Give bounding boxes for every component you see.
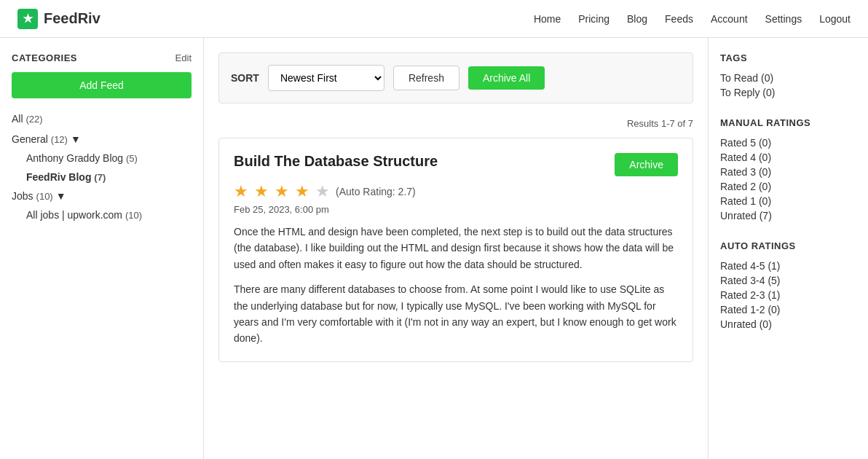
feedriv-count: (7) xyxy=(94,172,106,183)
logo-icon: ★ xyxy=(17,9,38,29)
auto-rating: (Auto Rating: 2.7) xyxy=(336,186,416,197)
sort-bar: SORT Newest First Oldest First Top Rated… xyxy=(218,52,693,103)
manual-rated-2-label: Rated 2 xyxy=(720,181,756,192)
article-title: Build The Database Structure xyxy=(234,153,438,170)
manual-rated-4[interactable]: Rated 4 (0) xyxy=(720,150,856,165)
auto-unrated[interactable]: Unrated (0) xyxy=(720,317,856,332)
tags-section: TAGS To Read (0) To Reply (0) xyxy=(720,52,856,100)
auto-rated-4-5-label: Rated 4-5 xyxy=(720,260,765,272)
all-label: All xyxy=(12,113,25,125)
page-layout: CATEGORIES Edit Add Feed All (22) Genera… xyxy=(0,38,868,459)
nav-pricing[interactable]: Pricing xyxy=(578,13,609,25)
manual-rated-5-count: (0) xyxy=(759,137,771,149)
manual-rated-3-count: (0) xyxy=(759,166,771,178)
star-3[interactable]: ★ xyxy=(275,182,289,201)
upwork-label: All jobs | upwork.com xyxy=(26,209,125,221)
anthony-count: (5) xyxy=(126,153,138,164)
tag-to-reply-label: To Reply xyxy=(720,87,760,98)
sidebar-header: CATEGORIES Edit xyxy=(12,52,192,63)
jobs-count: (10) xyxy=(36,191,53,202)
manual-unrated-label: Unrated xyxy=(720,210,757,221)
auto-rated-4-5-count: (1) xyxy=(768,260,780,272)
article-card: Build The Database Structure Archive ★ ★… xyxy=(218,138,693,362)
star-4[interactable]: ★ xyxy=(295,182,309,201)
auto-ratings-section: AUTO RATINGS Rated 4-5 (1) Rated 3-4 (5)… xyxy=(720,240,856,332)
auto-rated-2-3-label: Rated 2-3 xyxy=(720,289,765,301)
nav-account[interactable]: Account xyxy=(711,13,748,25)
anthony-label: Anthony Graddy Blog xyxy=(26,152,126,164)
jobs-label: Jobs xyxy=(12,190,33,202)
manual-rated-1[interactable]: Rated 1 (0) xyxy=(720,194,856,208)
auto-rated-2-3[interactable]: Rated 2-3 (1) xyxy=(720,288,856,302)
article-body: Once the HTML and design have been compl… xyxy=(234,224,678,347)
tag-to-reply-count: (0) xyxy=(762,87,775,98)
auto-rated-3-4[interactable]: Rated 3-4 (5) xyxy=(720,273,856,288)
auto-unrated-count: (0) xyxy=(760,318,772,330)
sidebar-item-feedriv-blog[interactable]: FeedRiv Blog (7) xyxy=(12,168,192,186)
manual-rated-5-label: Rated 5 xyxy=(720,137,756,149)
manual-unrated-count: (7) xyxy=(760,210,772,221)
auto-rated-1-2-label: Rated 1-2 xyxy=(720,304,765,315)
general-arrow: ▼ xyxy=(71,133,81,145)
nav-logout[interactable]: Logout xyxy=(819,13,851,25)
tag-to-reply[interactable]: To Reply (0) xyxy=(720,85,856,100)
manual-rated-2-count: (0) xyxy=(759,181,771,192)
header: ★ FeedRiv Home Pricing Blog Feeds Accoun… xyxy=(0,0,868,38)
right-sidebar: TAGS To Read (0) To Reply (0) MANUAL RAT… xyxy=(708,38,868,459)
auto-rated-2-3-count: (1) xyxy=(768,289,780,301)
sidebar-item-jobs[interactable]: Jobs (10) ▼ xyxy=(12,187,192,205)
manual-rated-4-count: (0) xyxy=(759,152,771,163)
sidebar-item-anthony-blog[interactable]: Anthony Graddy Blog (5) xyxy=(12,149,192,167)
manual-unrated[interactable]: Unrated (7) xyxy=(720,208,856,223)
add-feed-button[interactable]: Add Feed xyxy=(12,72,192,98)
sort-label: SORT xyxy=(231,72,259,84)
main-nav: Home Pricing Blog Feeds Account Settings… xyxy=(534,13,851,25)
sidebar-item-upwork[interactable]: All jobs | upwork.com (10) xyxy=(12,206,192,224)
manual-rated-3[interactable]: Rated 3 (0) xyxy=(720,165,856,179)
archive-all-button[interactable]: Archive All xyxy=(468,66,545,90)
article-card-header: Build The Database Structure Archive xyxy=(234,153,678,176)
jobs-arrow: ▼ xyxy=(56,190,66,202)
manual-ratings-section: MANUAL RATINGS Rated 5 (0) Rated 4 (0) R… xyxy=(720,117,856,223)
categories-title: CATEGORIES xyxy=(12,52,77,63)
manual-rated-4-label: Rated 4 xyxy=(720,152,756,163)
auto-rated-1-2[interactable]: Rated 1-2 (0) xyxy=(720,302,856,317)
manual-rated-1-label: Rated 1 xyxy=(720,195,756,207)
refresh-button[interactable]: Refresh xyxy=(393,66,459,90)
nav-feeds[interactable]: Feeds xyxy=(665,13,693,25)
article-paragraph-2: There are many different databases to ch… xyxy=(234,281,678,347)
auto-rated-3-4-label: Rated 3-4 xyxy=(720,275,765,286)
sort-select[interactable]: Newest First Oldest First Top Rated Unre… xyxy=(268,65,384,91)
tags-title: TAGS xyxy=(720,52,856,63)
auto-rated-4-5[interactable]: Rated 4-5 (1) xyxy=(720,259,856,273)
all-count: (22) xyxy=(25,114,42,125)
manual-ratings-title: MANUAL RATINGS xyxy=(720,117,856,128)
tag-to-read-label: To Read xyxy=(720,72,758,84)
sidebar-item-all[interactable]: All (22) xyxy=(12,110,192,128)
nav-home[interactable]: Home xyxy=(534,13,561,25)
manual-rated-1-count: (0) xyxy=(759,195,771,207)
sidebar-item-general[interactable]: General (12) ▼ xyxy=(12,130,192,148)
edit-categories-link[interactable]: Edit xyxy=(175,52,192,63)
article-paragraph-1: Once the HTML and design have been compl… xyxy=(234,224,678,272)
auto-rated-3-4-count: (5) xyxy=(768,275,780,286)
star-5[interactable]: ★ xyxy=(315,182,330,201)
nav-settings[interactable]: Settings xyxy=(765,13,802,25)
nav-blog[interactable]: Blog xyxy=(627,13,647,25)
general-label: General xyxy=(12,133,48,145)
archive-button[interactable]: Archive xyxy=(615,153,678,176)
auto-ratings-title: AUTO RATINGS xyxy=(720,240,856,251)
stars-row: ★ ★ ★ ★ ★ (Auto Rating: 2.7) xyxy=(234,182,678,201)
main-content: SORT Newest First Oldest First Top Rated… xyxy=(204,38,708,459)
tag-to-read[interactable]: To Read (0) xyxy=(720,71,856,85)
logo-text: FeedRiv xyxy=(44,10,100,27)
star-2[interactable]: ★ xyxy=(254,182,269,201)
logo[interactable]: ★ FeedRiv xyxy=(17,9,100,29)
auto-rated-1-2-count: (0) xyxy=(768,304,780,315)
upwork-count: (10) xyxy=(125,210,142,221)
manual-rated-3-label: Rated 3 xyxy=(720,166,756,178)
manual-rated-5[interactable]: Rated 5 (0) xyxy=(720,136,856,150)
auto-unrated-label: Unrated xyxy=(720,318,757,330)
star-1[interactable]: ★ xyxy=(234,182,248,201)
manual-rated-2[interactable]: Rated 2 (0) xyxy=(720,179,856,194)
